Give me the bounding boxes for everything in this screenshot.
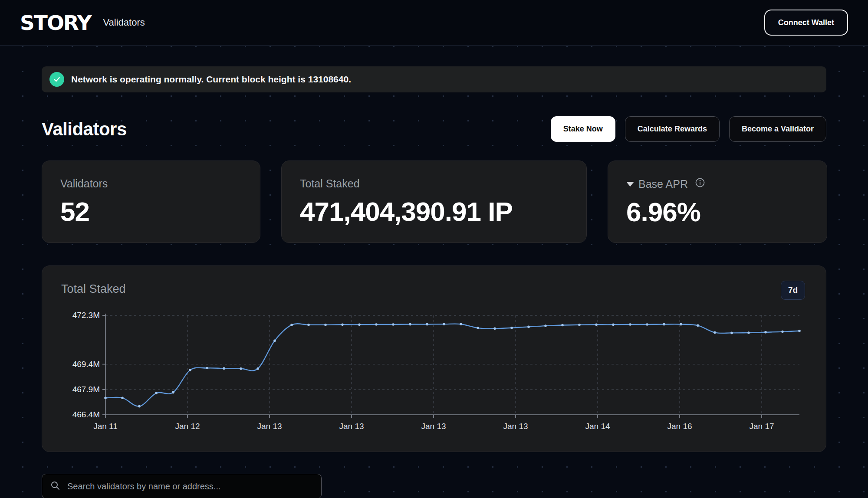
svg-text:Jan 16: Jan 16 <box>667 422 692 431</box>
validators-count-label: Validators <box>60 177 242 190</box>
network-status-text: Network is operating normally. Current b… <box>71 74 351 85</box>
svg-text:466.4M: 466.4M <box>72 410 100 419</box>
calculate-rewards-button[interactable]: Calculate Rewards <box>625 116 720 142</box>
total-staked-line-chart[interactable]: 472.3M469.4M467.9M466.4MJan 11Jan 12Jan … <box>42 266 826 452</box>
stat-cards-row: Validators 52 Total Staked 471,404,390.9… <box>42 161 826 243</box>
chevron-down-icon[interactable] <box>626 182 634 187</box>
svg-text:472.3M: 472.3M <box>72 311 100 320</box>
base-apr-value: 6.96% <box>626 197 809 227</box>
search-icon <box>50 480 60 492</box>
base-apr-label: Base APR <box>638 178 688 190</box>
svg-text:Jan 12: Jan 12 <box>175 422 200 431</box>
story-logo[interactable]: STORY <box>20 11 91 35</box>
stake-now-button[interactable]: Stake Now <box>551 116 615 142</box>
svg-text:Jan 17: Jan 17 <box>749 422 774 431</box>
base-apr-card: Base APR 6.96% <box>608 161 827 243</box>
svg-text:Jan 14: Jan 14 <box>585 422 610 431</box>
title-row: Validators Stake Now Calculate Rewards B… <box>42 116 826 142</box>
validator-search-bar[interactable] <box>42 474 322 498</box>
info-icon[interactable] <box>695 177 705 190</box>
network-status-banner: Network is operating normally. Current b… <box>42 66 826 92</box>
chart-title: Total Staked <box>61 282 126 296</box>
page-title: Validators <box>42 119 127 140</box>
svg-text:Jan 11: Jan 11 <box>93 422 118 431</box>
svg-text:Jan 13: Jan 13 <box>421 422 446 431</box>
status-check-icon <box>49 72 64 87</box>
validators-count-card: Validators 52 <box>42 161 260 243</box>
base-apr-label-row[interactable]: Base APR <box>626 177 809 190</box>
validators-count-value: 52 <box>60 196 242 227</box>
header-nav-title: Validators <box>103 17 145 28</box>
search-input[interactable] <box>66 481 313 492</box>
svg-text:469.4M: 469.4M <box>72 360 100 369</box>
range-badge-7d[interactable]: 7d <box>781 281 805 300</box>
top-header: STORY Validators Connect Wallet <box>0 0 868 46</box>
main-content: Network is operating normally. Current b… <box>42 46 826 498</box>
total-staked-chart-card: 472.3M469.4M467.9M466.4MJan 11Jan 12Jan … <box>42 265 826 452</box>
total-staked-value: 471,404,390.91 IP <box>300 196 568 227</box>
svg-text:Jan 13: Jan 13 <box>503 422 528 431</box>
total-staked-label: Total Staked <box>300 177 568 190</box>
svg-text:467.9M: 467.9M <box>72 385 100 394</box>
svg-text:Jan 13: Jan 13 <box>257 422 282 431</box>
connect-wallet-button[interactable]: Connect Wallet <box>764 10 848 36</box>
svg-text:Jan 13: Jan 13 <box>339 422 364 431</box>
total-staked-card: Total Staked 471,404,390.91 IP <box>281 161 587 243</box>
action-buttons: Stake Now Calculate Rewards Become a Val… <box>551 116 826 142</box>
become-validator-button[interactable]: Become a Validator <box>729 116 826 142</box>
